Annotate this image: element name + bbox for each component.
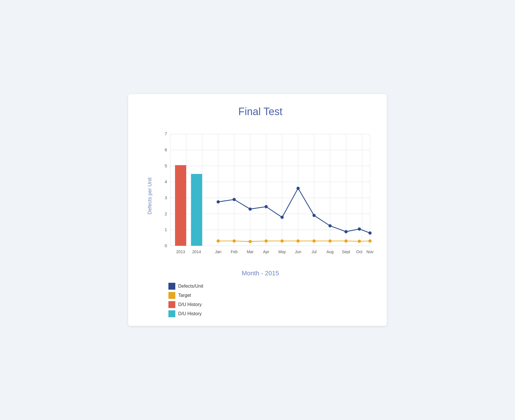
svg-text:May: May — [278, 249, 286, 254]
target-dot-nov — [368, 239, 372, 243]
target-dot-mar — [249, 240, 252, 243]
legend-color-target — [168, 292, 175, 299]
svg-text:3: 3 — [165, 196, 167, 200]
target-dot-jun — [297, 239, 300, 243]
svg-text:2013: 2013 — [176, 249, 185, 254]
dot-apr — [264, 205, 268, 208]
chart-svg: 7 6 5 4 3 2 1 0 2013 2014 — [157, 123, 375, 267]
svg-text:2: 2 — [165, 212, 167, 216]
dot-feb — [232, 198, 236, 201]
legend-color-defects — [168, 283, 175, 290]
legend-defects: Defects/Unit — [168, 283, 203, 290]
svg-text:4: 4 — [165, 179, 167, 184]
svg-text:5: 5 — [165, 164, 167, 168]
chart-area: Defects per Unit — [145, 123, 375, 268]
chart-inner: 7 6 5 4 3 2 1 0 2013 2014 — [157, 123, 375, 268]
dot-jun — [297, 187, 300, 190]
svg-text:Oct: Oct — [356, 249, 363, 254]
bar-2014 — [191, 174, 202, 246]
dot-aug — [328, 224, 332, 227]
dot-jul — [312, 214, 316, 217]
chart-container: Final Test Defects per Unit — [128, 94, 387, 326]
x-axis-title: Month - 2015 — [145, 270, 375, 277]
svg-text:0: 0 — [165, 243, 167, 248]
legend-label-target: Target — [178, 293, 191, 298]
svg-text:6: 6 — [165, 148, 167, 152]
y-axis-label: Defects per Unit — [145, 123, 154, 268]
svg-text:Jan: Jan — [215, 249, 221, 254]
svg-text:Nov: Nov — [366, 249, 374, 254]
legend-color-history-red — [168, 301, 175, 308]
target-dot-may — [280, 239, 284, 243]
svg-text:Mar: Mar — [247, 249, 253, 254]
svg-text:7: 7 — [165, 131, 167, 136]
dot-jan — [217, 200, 220, 204]
svg-text:Sept: Sept — [342, 249, 350, 254]
svg-text:Jul: Jul — [312, 249, 317, 254]
legend-label-defects: Defects/Unit — [178, 284, 203, 289]
legend-target: Target — [168, 292, 191, 299]
target-dot-jul — [312, 239, 316, 243]
target-dot-sept — [344, 239, 347, 243]
legend-label-history-red: D/U History — [178, 302, 202, 307]
dot-mar — [249, 208, 252, 211]
svg-text:Feb: Feb — [231, 249, 238, 254]
bar-2013 — [175, 165, 186, 246]
legend-history-teal: D/U History — [168, 310, 202, 317]
legend: Defects/Unit Target D/U History D/U Hist… — [145, 283, 375, 317]
target-dot-apr — [264, 239, 268, 243]
target-dot-aug — [328, 239, 332, 243]
defects-line — [218, 188, 370, 233]
target-dot-jan — [217, 239, 220, 243]
legend-label-history-teal: D/U History — [178, 311, 202, 316]
target-dot-feb — [232, 239, 236, 243]
svg-text:1: 1 — [165, 227, 167, 232]
chart-title: Final Test — [145, 106, 375, 118]
svg-text:Jun: Jun — [295, 249, 301, 254]
target-dot-oct — [358, 240, 361, 243]
legend-history-red: D/U History — [168, 301, 202, 308]
dot-oct — [358, 227, 361, 231]
svg-text:Apr: Apr — [263, 249, 269, 254]
svg-text:2014: 2014 — [192, 249, 201, 254]
dot-sept — [344, 230, 347, 233]
svg-text:Aug: Aug — [326, 249, 334, 254]
dot-nov — [368, 231, 372, 235]
dot-may — [280, 216, 284, 219]
legend-color-history-teal — [168, 310, 175, 317]
